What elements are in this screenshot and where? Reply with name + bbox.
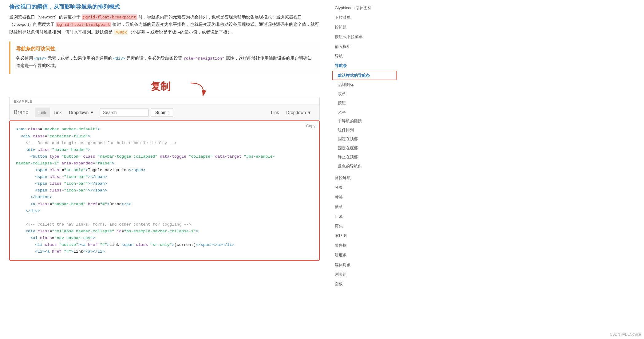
- code-768px: 768px: [114, 30, 128, 35]
- code-line-9: <span class="icon-bar"></span>: [16, 187, 313, 194]
- acc-mid1: 元素，或者，如果使用的是通用的: [46, 56, 113, 61]
- chevron-down-icon-2: ▼: [307, 110, 311, 115]
- sidebar-item-alert[interactable]: 警告框: [332, 241, 397, 250]
- sidebar-item-pagination[interactable]: 分页: [332, 183, 397, 192]
- nav-dropdown-2[interactable]: Dropdown ▼: [282, 108, 315, 117]
- accessibility-section: 导航条的可访问性 务必使用 <nav> 元素，或者，如果使用的是通用的 <div…: [9, 41, 320, 74]
- top-section: 修改视口的阈值，从而影响导航条的排列模式 当浏览器视口（viewport）的宽度…: [9, 3, 320, 36]
- nav-right: Link Dropdown ▼: [267, 108, 315, 117]
- code-grid-float-2: @grid-float-breakpoint: [56, 22, 111, 27]
- sidebar-subitem-inverted-navbar[interactable]: 反色的导航条: [332, 162, 397, 171]
- sidebar-subitem-default-navbar[interactable]: 默认样式的导航条: [332, 71, 397, 80]
- code-line-11: <a class="navbar-brand" href="#">Brand</…: [16, 201, 313, 208]
- code-line-10: </button>: [16, 194, 313, 201]
- sidebar-item-input-group[interactable]: 输入框组: [332, 42, 397, 51]
- top-heading: 修改视口的阈值，从而影响导航条的排列模式: [9, 3, 320, 10]
- example-label: EXAMPLE: [10, 97, 319, 104]
- sidebar-item-badge[interactable]: 徽章: [332, 202, 397, 211]
- sidebar-item-progress[interactable]: 进度条: [332, 250, 397, 260]
- sidebar-subitem-component-order[interactable]: 组件排列: [332, 125, 397, 134]
- code-line-7: <span class="icon-bar"></span>: [16, 174, 313, 180]
- sidebar-item-jumbotron[interactable]: 巨幕: [332, 212, 397, 221]
- sidebar: Glyphicons 字体图标 下拉菜单 按钮组 按钮式下拉菜单 输入框组 导航…: [329, 0, 397, 339]
- copy-arrow-icon: [188, 81, 212, 98]
- top-paragraph: 当浏览器视口（viewport）的宽度小于 @grid-float-breakp…: [9, 14, 320, 36]
- sidebar-item-thumbnail[interactable]: 缩略图: [332, 231, 397, 240]
- code-line-16: <li class="active"><a href="#">Link <spa…: [16, 242, 313, 248]
- sidebar-subitem-text[interactable]: 文本: [332, 107, 397, 116]
- code-grid-float-1: @grid-float-breakpoint: [82, 14, 137, 20]
- acc-mid2: 元素的话，务必为导航条设置: [125, 56, 184, 61]
- sidebar-item-label[interactable]: 标签: [332, 192, 397, 202]
- code-line-17: <li><a href="#">Link</a></li>: [16, 248, 313, 255]
- accessibility-text: 务必使用 <nav> 元素，或者，如果使用的是通用的 <div> 元素的话，务必…: [16, 55, 314, 70]
- sidebar-item-dropdown[interactable]: 下拉菜单: [332, 13, 397, 22]
- acc-nav-tag: <nav>: [34, 56, 46, 61]
- code-line-12: </div>: [16, 208, 313, 215]
- nav-link-3[interactable]: Link: [267, 108, 283, 117]
- sidebar-subitem-form[interactable]: 表单: [332, 89, 397, 98]
- code-line-empty: [16, 215, 313, 221]
- example-box: EXAMPLE Brand Link Link Dropdown ▼ Submi…: [9, 97, 320, 120]
- sidebar-item-nav[interactable]: 导航: [332, 51, 397, 61]
- nav-link-1[interactable]: Link: [35, 108, 50, 117]
- code-line-5b: navbar-collapse-1" aria-expanded="false"…: [16, 160, 313, 167]
- watermark: CSDN @DLNovice: [610, 332, 641, 337]
- sidebar-item-button-group[interactable]: 按钮组: [332, 22, 397, 32]
- acc-div-tag: <div>: [113, 56, 125, 61]
- code-line-4: <div class="navbar-header">: [16, 147, 313, 153]
- sidebar-subitem-fixed-bottom[interactable]: 固定在底部: [332, 144, 397, 152]
- sidebar-subitem-button[interactable]: 按钮: [332, 98, 397, 107]
- nav-link-2[interactable]: Link: [50, 108, 65, 117]
- code-line-8: <span class="icon-bar"></span>: [16, 180, 313, 187]
- code-line-3: <!-- Brand and toggle get grouped for be…: [16, 140, 313, 147]
- code-line-13: <!-- Collect the nav links, forms, and o…: [16, 221, 313, 228]
- copy-arrow-area: 复制: [9, 80, 320, 97]
- sidebar-item-navbar[interactable]: 导航条: [332, 61, 397, 70]
- sidebar-item-list-group[interactable]: 列表组: [332, 270, 397, 279]
- chevron-down-icon: ▼: [90, 110, 94, 115]
- submit-button[interactable]: Submit: [151, 108, 173, 117]
- sidebar-item-glyphicons[interactable]: Glyphicons 字体图标: [332, 3, 397, 13]
- code-line-14: <div class="collapse navbar-collapse" id…: [16, 228, 313, 235]
- sidebar-subitem-static-top[interactable]: 静止在顶部: [332, 152, 397, 161]
- navbar-preview: Brand Link Link Dropdown ▼ Submit Link D…: [10, 104, 319, 120]
- copy-button[interactable]: Copy: [306, 124, 315, 128]
- sidebar-subitem-fixed-top[interactable]: 固定在顶部: [332, 134, 397, 143]
- main-content: 修改视口的阈值，从而影响导航条的排列模式 当浏览器视口（viewport）的宽度…: [0, 0, 329, 339]
- acc-role-attr: role="navigation": [184, 56, 224, 61]
- code-line-6: <span class="sr-only">Toggle navigation<…: [16, 167, 313, 174]
- sidebar-item-breadcrumb[interactable]: 路径导航: [332, 173, 397, 183]
- nav-dropdown-1[interactable]: Dropdown ▼: [65, 108, 98, 117]
- copy-label: 复制: [151, 80, 170, 93]
- sidebar-item-page-header[interactable]: 页头: [332, 221, 397, 231]
- para1-pre: 当浏览器视口（viewport）的宽度小于: [9, 15, 82, 19]
- para1-end: （小屏幕 -- 或者说是平板 --的最小值，或者说是平板）。: [128, 30, 236, 34]
- code-line-1: <nav class="navbar navbar-default">: [16, 126, 313, 133]
- nav-brand[interactable]: Brand: [14, 107, 32, 118]
- sidebar-subitem-brand-icon[interactable]: 品牌图标: [332, 80, 397, 89]
- sidebar-item-panel[interactable]: 面板: [332, 279, 397, 289]
- acc-pre: 务必使用: [16, 56, 34, 61]
- code-line-2: <div class="container-fluid">: [16, 133, 313, 140]
- sidebar-subitem-non-nav-link[interactable]: 非导航的链接: [332, 116, 397, 125]
- sidebar-item-media[interactable]: 媒体对象: [332, 260, 397, 270]
- accessibility-title: 导航条的可访问性: [16, 46, 314, 52]
- code-block: Copy <nav class="navbar navbar-default">…: [9, 120, 320, 261]
- sidebar-item-button-dropdown[interactable]: 按钮式下拉菜单: [332, 32, 397, 41]
- search-input[interactable]: [100, 108, 149, 117]
- code-line-5: <button type="button" class="navbar-togg…: [16, 153, 313, 160]
- code-line-15: <ul class="nav navbar-nav">: [16, 235, 313, 242]
